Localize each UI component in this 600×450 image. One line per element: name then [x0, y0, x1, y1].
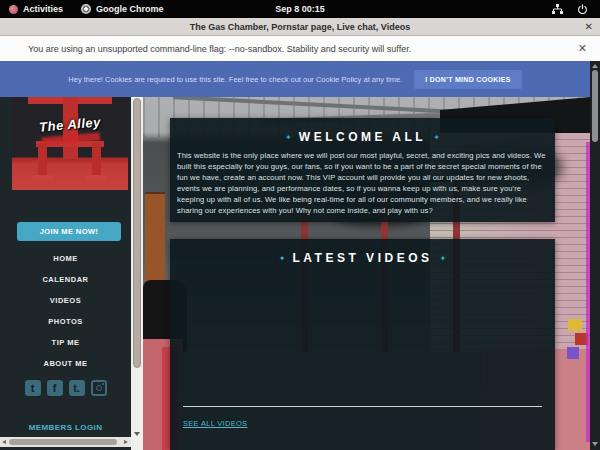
latest-videos-heading-text: LATEST VIDEOS [293, 251, 433, 265]
welcome-panel: ✦ WELCOME ALL ✦ This website is the only… [170, 118, 555, 222]
diamond-ornament: ✦ [279, 254, 286, 263]
tumblr-icon[interactable]: t. [69, 380, 85, 396]
sidebar-item-home[interactable]: HOME [0, 248, 131, 269]
window-titlebar: The Gas Chamber, Pornstar page, Live cha… [0, 18, 600, 36]
cookie-message: Hey there! Cookies are required to use t… [68, 75, 402, 84]
screen: Activities Google Chrome Sep 8 00:15 The… [0, 0, 600, 450]
browser-scroll-thumb[interactable] [592, 70, 598, 142]
horizontal-scroll-thumb[interactable] [9, 439, 117, 445]
sidebar-item-calendar[interactable]: CALENDAR [0, 269, 131, 290]
diamond-ornament: ✦ [285, 133, 292, 142]
scroll-down-arrow[interactable] [134, 432, 140, 436]
flag-warning-bar: You are using an unsupported command-lin… [0, 36, 600, 61]
chrome-icon [81, 4, 91, 14]
latest-videos-panel: ✦ LATEST VIDEOS ✦ SEE ALL VIDEOS [170, 239, 555, 450]
instagram-lens [96, 385, 102, 391]
welcome-heading-text: WELCOME ALL [299, 130, 426, 144]
scroll-right-arrow[interactable] [124, 440, 128, 444]
sidebar-item-videos[interactable]: VIDEOS [0, 290, 131, 311]
sidebar-item-tip-me[interactable]: TIP ME [0, 332, 131, 353]
scroll-left-arrow[interactable] [2, 440, 6, 444]
logo-structure [92, 143, 101, 179]
sidebar: The Alley JOIN ME NOW! HOME CALENDAR VID… [0, 97, 131, 450]
diamond-ornament: ✦ [439, 254, 446, 263]
facebook-icon[interactable]: f [47, 380, 63, 396]
scroll-down-arrow[interactable] [592, 442, 598, 446]
photo-gift-box [568, 319, 582, 331]
sidebar-horizontal-scrollbar[interactable] [0, 437, 131, 447]
window-title: The Gas Chamber, Pornstar page, Live cha… [190, 22, 410, 32]
gnome-top-bar: Activities Google Chrome Sep 8 00:15 [0, 0, 600, 18]
infobar-close-icon[interactable]: ✕ [578, 42, 587, 55]
app-menu-label: Google Chrome [96, 4, 164, 14]
see-all-videos-link[interactable]: SEE ALL VIDEOS [183, 419, 247, 428]
latest-videos-heading: ✦ LATEST VIDEOS ✦ [170, 251, 555, 265]
social-links: t f t. [0, 380, 131, 396]
app-menu-button[interactable]: Google Chrome [72, 0, 173, 18]
divider [183, 406, 542, 407]
sidebar-item-about-me[interactable]: ABOUT ME [0, 353, 131, 374]
sidebar-item-photos[interactable]: PHOTOS [0, 311, 131, 332]
members-login-link[interactable]: MEMBERS LOGIN [0, 423, 131, 432]
site-logo[interactable]: The Alley [12, 97, 128, 190]
welcome-heading: ✦ WELCOME ALL ✦ [170, 130, 555, 144]
activities-label: Activities [23, 4, 63, 14]
sidebar-vertical-scrollbar[interactable] [131, 97, 143, 450]
twitter-icon[interactable]: t [25, 380, 41, 396]
sidebar-scroll-thumb[interactable] [133, 98, 141, 368]
browser-viewport: Hey there! Cookies are required to use t… [0, 61, 590, 450]
instagram-icon[interactable] [91, 380, 107, 396]
window-close-button[interactable]: ✕ [585, 18, 593, 36]
scroll-up-arrow[interactable] [592, 64, 598, 68]
activities-button[interactable]: Activities [0, 0, 72, 18]
photo-gift-box [567, 347, 579, 359]
logo-structure [32, 175, 53, 181]
browser-scrollbar[interactable] [590, 61, 600, 450]
diamond-ornament: ✦ [433, 133, 440, 142]
flag-warning-text: You are using an unsupported command-lin… [28, 44, 411, 54]
accept-cookies-button[interactable]: I DON'T MIND COOKIES [414, 70, 521, 89]
welcome-body-text: This website is the only place where we … [177, 151, 546, 216]
cookie-bar: Hey there! Cookies are required to use t… [0, 61, 590, 97]
sidebar-menu: HOME CALENDAR VIDEOS PHOTOS TIP ME ABOUT… [0, 248, 131, 374]
power-icon[interactable] [577, 4, 588, 15]
join-me-now-button[interactable]: JOIN ME NOW! [17, 222, 121, 241]
network-tree-icon[interactable] [552, 4, 563, 15]
logo-structure [38, 143, 47, 179]
logo-structure [86, 175, 107, 181]
distro-icon [9, 5, 18, 14]
instagram-dot [102, 383, 104, 385]
hero-photo-background: ✦ WELCOME ALL ✦ This website is the only… [143, 97, 590, 450]
photo-door [145, 192, 165, 287]
